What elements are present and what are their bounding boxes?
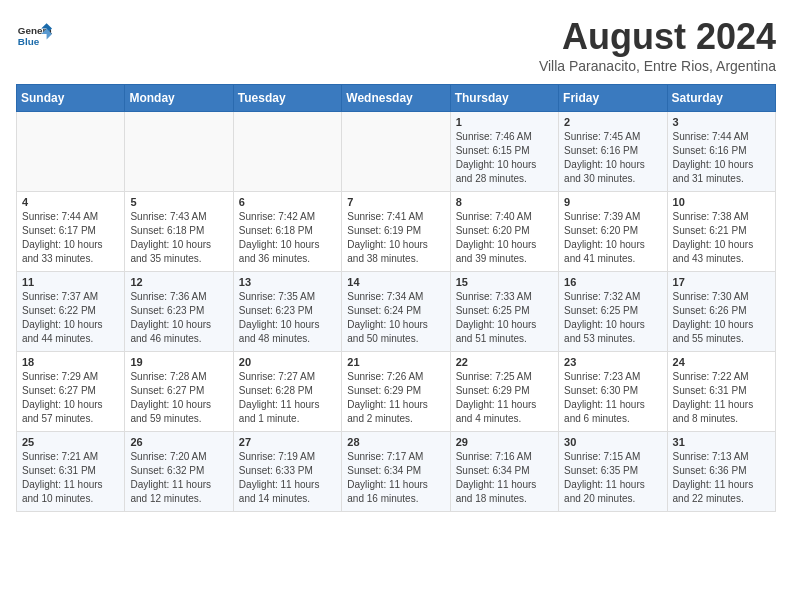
day-number: 27 <box>239 436 336 448</box>
day-info: Sunrise: 7:45 AM Sunset: 6:16 PM Dayligh… <box>564 130 661 186</box>
calendar-cell: 31Sunrise: 7:13 AM Sunset: 6:36 PM Dayli… <box>667 432 775 512</box>
day-info: Sunrise: 7:28 AM Sunset: 6:27 PM Dayligh… <box>130 370 227 426</box>
calendar-cell <box>342 112 450 192</box>
day-number: 28 <box>347 436 444 448</box>
title-area: August 2024 Villa Paranacito, Entre Rios… <box>539 16 776 74</box>
calendar-cell: 13Sunrise: 7:35 AM Sunset: 6:23 PM Dayli… <box>233 272 341 352</box>
calendar-cell: 18Sunrise: 7:29 AM Sunset: 6:27 PM Dayli… <box>17 352 125 432</box>
day-number: 14 <box>347 276 444 288</box>
day-number: 1 <box>456 116 553 128</box>
day-number: 29 <box>456 436 553 448</box>
svg-text:Blue: Blue <box>18 36 40 47</box>
day-number: 17 <box>673 276 770 288</box>
day-number: 23 <box>564 356 661 368</box>
week-row-2: 4Sunrise: 7:44 AM Sunset: 6:17 PM Daylig… <box>17 192 776 272</box>
calendar-cell: 14Sunrise: 7:34 AM Sunset: 6:24 PM Dayli… <box>342 272 450 352</box>
day-number: 6 <box>239 196 336 208</box>
day-info: Sunrise: 7:30 AM Sunset: 6:26 PM Dayligh… <box>673 290 770 346</box>
day-info: Sunrise: 7:15 AM Sunset: 6:35 PM Dayligh… <box>564 450 661 506</box>
weekday-header-wednesday: Wednesday <box>342 85 450 112</box>
calendar-cell: 12Sunrise: 7:36 AM Sunset: 6:23 PM Dayli… <box>125 272 233 352</box>
day-number: 25 <box>22 436 119 448</box>
weekday-header-saturday: Saturday <box>667 85 775 112</box>
logo: General Blue <box>16 16 52 52</box>
day-info: Sunrise: 7:17 AM Sunset: 6:34 PM Dayligh… <box>347 450 444 506</box>
calendar-cell: 28Sunrise: 7:17 AM Sunset: 6:34 PM Dayli… <box>342 432 450 512</box>
week-row-1: 1Sunrise: 7:46 AM Sunset: 6:15 PM Daylig… <box>17 112 776 192</box>
calendar-cell: 8Sunrise: 7:40 AM Sunset: 6:20 PM Daylig… <box>450 192 558 272</box>
day-number: 7 <box>347 196 444 208</box>
calendar-cell: 11Sunrise: 7:37 AM Sunset: 6:22 PM Dayli… <box>17 272 125 352</box>
calendar-cell <box>17 112 125 192</box>
week-row-5: 25Sunrise: 7:21 AM Sunset: 6:31 PM Dayli… <box>17 432 776 512</box>
day-number: 24 <box>673 356 770 368</box>
week-row-3: 11Sunrise: 7:37 AM Sunset: 6:22 PM Dayli… <box>17 272 776 352</box>
week-row-4: 18Sunrise: 7:29 AM Sunset: 6:27 PM Dayli… <box>17 352 776 432</box>
calendar-cell: 19Sunrise: 7:28 AM Sunset: 6:27 PM Dayli… <box>125 352 233 432</box>
calendar-cell: 7Sunrise: 7:41 AM Sunset: 6:19 PM Daylig… <box>342 192 450 272</box>
calendar-cell: 26Sunrise: 7:20 AM Sunset: 6:32 PM Dayli… <box>125 432 233 512</box>
calendar-cell: 30Sunrise: 7:15 AM Sunset: 6:35 PM Dayli… <box>559 432 667 512</box>
day-number: 20 <box>239 356 336 368</box>
day-info: Sunrise: 7:13 AM Sunset: 6:36 PM Dayligh… <box>673 450 770 506</box>
day-info: Sunrise: 7:37 AM Sunset: 6:22 PM Dayligh… <box>22 290 119 346</box>
calendar-cell: 22Sunrise: 7:25 AM Sunset: 6:29 PM Dayli… <box>450 352 558 432</box>
day-info: Sunrise: 7:40 AM Sunset: 6:20 PM Dayligh… <box>456 210 553 266</box>
calendar-cell: 29Sunrise: 7:16 AM Sunset: 6:34 PM Dayli… <box>450 432 558 512</box>
calendar-cell: 17Sunrise: 7:30 AM Sunset: 6:26 PM Dayli… <box>667 272 775 352</box>
location-title: Villa Paranacito, Entre Rios, Argentina <box>539 58 776 74</box>
day-info: Sunrise: 7:34 AM Sunset: 6:24 PM Dayligh… <box>347 290 444 346</box>
calendar-cell: 15Sunrise: 7:33 AM Sunset: 6:25 PM Dayli… <box>450 272 558 352</box>
day-number: 22 <box>456 356 553 368</box>
calendar-cell: 10Sunrise: 7:38 AM Sunset: 6:21 PM Dayli… <box>667 192 775 272</box>
day-number: 5 <box>130 196 227 208</box>
day-info: Sunrise: 7:44 AM Sunset: 6:17 PM Dayligh… <box>22 210 119 266</box>
day-number: 16 <box>564 276 661 288</box>
calendar-cell: 5Sunrise: 7:43 AM Sunset: 6:18 PM Daylig… <box>125 192 233 272</box>
calendar-cell <box>125 112 233 192</box>
day-number: 31 <box>673 436 770 448</box>
day-info: Sunrise: 7:36 AM Sunset: 6:23 PM Dayligh… <box>130 290 227 346</box>
day-number: 10 <box>673 196 770 208</box>
calendar-cell: 16Sunrise: 7:32 AM Sunset: 6:25 PM Dayli… <box>559 272 667 352</box>
month-title: August 2024 <box>539 16 776 58</box>
logo-icon: General Blue <box>16 16 52 52</box>
weekday-header-monday: Monday <box>125 85 233 112</box>
day-info: Sunrise: 7:25 AM Sunset: 6:29 PM Dayligh… <box>456 370 553 426</box>
day-info: Sunrise: 7:38 AM Sunset: 6:21 PM Dayligh… <box>673 210 770 266</box>
day-info: Sunrise: 7:27 AM Sunset: 6:28 PM Dayligh… <box>239 370 336 426</box>
day-info: Sunrise: 7:16 AM Sunset: 6:34 PM Dayligh… <box>456 450 553 506</box>
calendar-cell: 23Sunrise: 7:23 AM Sunset: 6:30 PM Dayli… <box>559 352 667 432</box>
calendar-cell: 25Sunrise: 7:21 AM Sunset: 6:31 PM Dayli… <box>17 432 125 512</box>
day-info: Sunrise: 7:44 AM Sunset: 6:16 PM Dayligh… <box>673 130 770 186</box>
day-info: Sunrise: 7:35 AM Sunset: 6:23 PM Dayligh… <box>239 290 336 346</box>
weekday-header-thursday: Thursday <box>450 85 558 112</box>
calendar-cell: 9Sunrise: 7:39 AM Sunset: 6:20 PM Daylig… <box>559 192 667 272</box>
day-number: 30 <box>564 436 661 448</box>
calendar-cell: 21Sunrise: 7:26 AM Sunset: 6:29 PM Dayli… <box>342 352 450 432</box>
day-number: 13 <box>239 276 336 288</box>
calendar-cell: 6Sunrise: 7:42 AM Sunset: 6:18 PM Daylig… <box>233 192 341 272</box>
day-info: Sunrise: 7:21 AM Sunset: 6:31 PM Dayligh… <box>22 450 119 506</box>
day-number: 8 <box>456 196 553 208</box>
calendar-cell: 1Sunrise: 7:46 AM Sunset: 6:15 PM Daylig… <box>450 112 558 192</box>
day-info: Sunrise: 7:22 AM Sunset: 6:31 PM Dayligh… <box>673 370 770 426</box>
header: General Blue August 2024 Villa Paranacit… <box>16 16 776 74</box>
day-info: Sunrise: 7:43 AM Sunset: 6:18 PM Dayligh… <box>130 210 227 266</box>
calendar-cell: 4Sunrise: 7:44 AM Sunset: 6:17 PM Daylig… <box>17 192 125 272</box>
day-info: Sunrise: 7:19 AM Sunset: 6:33 PM Dayligh… <box>239 450 336 506</box>
day-number: 11 <box>22 276 119 288</box>
day-info: Sunrise: 7:23 AM Sunset: 6:30 PM Dayligh… <box>564 370 661 426</box>
weekday-header-sunday: Sunday <box>17 85 125 112</box>
day-info: Sunrise: 7:32 AM Sunset: 6:25 PM Dayligh… <box>564 290 661 346</box>
day-number: 2 <box>564 116 661 128</box>
day-info: Sunrise: 7:29 AM Sunset: 6:27 PM Dayligh… <box>22 370 119 426</box>
day-info: Sunrise: 7:42 AM Sunset: 6:18 PM Dayligh… <box>239 210 336 266</box>
day-info: Sunrise: 7:41 AM Sunset: 6:19 PM Dayligh… <box>347 210 444 266</box>
weekday-header-friday: Friday <box>559 85 667 112</box>
day-number: 9 <box>564 196 661 208</box>
day-number: 4 <box>22 196 119 208</box>
calendar-cell: 27Sunrise: 7:19 AM Sunset: 6:33 PM Dayli… <box>233 432 341 512</box>
day-info: Sunrise: 7:26 AM Sunset: 6:29 PM Dayligh… <box>347 370 444 426</box>
day-number: 12 <box>130 276 227 288</box>
